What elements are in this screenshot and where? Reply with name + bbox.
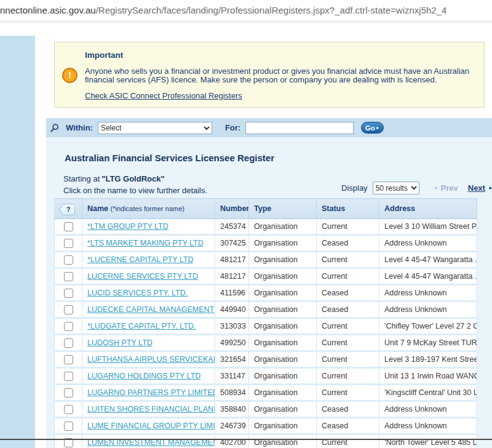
table-row: *LUCERNE CAPITAL PTY LTD 481217 Organisa… bbox=[55, 252, 477, 268]
row-checkbox[interactable] bbox=[64, 222, 73, 231]
address-cell: Level 3 189-197 Kent Stree... bbox=[379, 351, 477, 368]
row-checkbox[interactable] bbox=[64, 355, 73, 364]
address-cell: 'Chifley Tower' Level 27 2 C... bbox=[379, 318, 477, 335]
licensee-name-link[interactable]: LUDECKE CAPITAL MANAGEMENT PTY... bbox=[87, 305, 215, 314]
results-per-page-select[interactable]: 50 results bbox=[373, 182, 419, 194]
licensee-name-link[interactable]: *LTM GROUP PTY LTD bbox=[87, 222, 169, 231]
row-select-cell bbox=[55, 351, 82, 368]
licensee-name-link[interactable]: LUDOSH PTY LTD bbox=[87, 338, 153, 347]
table-row: *LTM GROUP PTY LTD 245374 Organisation C… bbox=[55, 219, 477, 235]
register-title: Australian Financial Services Licensee R… bbox=[65, 153, 274, 163]
status-cell: Current bbox=[317, 434, 379, 448]
row-checkbox[interactable] bbox=[64, 289, 73, 298]
row-checkbox[interactable] bbox=[64, 338, 73, 348]
status-cell: Ceased bbox=[317, 302, 379, 318]
row-select-cell bbox=[55, 252, 82, 268]
type-cell: Organisation bbox=[249, 268, 317, 285]
prev-page-button[interactable]: ◄ Prev bbox=[433, 183, 458, 193]
type-cell: Organisation bbox=[249, 401, 317, 418]
row-checkbox[interactable] bbox=[64, 422, 73, 431]
go-button-label: Go bbox=[365, 124, 375, 132]
row-checkbox[interactable] bbox=[64, 255, 73, 265]
table-row: *LUDGATE CAPITAL PTY. LTD. 313033 Organi… bbox=[55, 318, 477, 335]
table-row: LUDOSH PTY LTD 499250 Organisation Curre… bbox=[55, 335, 477, 351]
address-cell: Address Unknown bbox=[379, 235, 477, 252]
name-cell: *LUCERNE CAPITAL PTY LTD bbox=[82, 252, 215, 268]
address-cell: Unit 13 1 Irwin Road WANG... bbox=[379, 368, 477, 385]
row-select-cell bbox=[55, 401, 82, 418]
within-label: Within: bbox=[66, 123, 93, 132]
type-cell: Organisation bbox=[249, 219, 317, 235]
row-checkbox[interactable] bbox=[64, 305, 73, 314]
number-cell: 321654 bbox=[215, 351, 249, 368]
row-checkbox[interactable] bbox=[64, 372, 73, 381]
number-cell: 449940 bbox=[215, 302, 249, 318]
row-select-cell bbox=[55, 434, 82, 448]
number-cell: 402700 bbox=[215, 434, 249, 448]
row-select-cell bbox=[55, 418, 82, 434]
row-select-cell bbox=[55, 285, 82, 302]
table-header-row: ? Name (*indicates former name) Number T… bbox=[55, 199, 477, 219]
licensee-name-link[interactable]: *LUCERNE CAPITAL PTY LTD bbox=[87, 255, 194, 264]
within-select[interactable]: Select bbox=[98, 122, 212, 134]
help-header-cell: ? bbox=[55, 199, 82, 219]
row-select-cell bbox=[55, 385, 82, 401]
table-row: LUCERNE SERVICES PTY LTD 481217 Organisa… bbox=[55, 268, 477, 285]
licensee-name-link[interactable]: LUCID SERVICES PTY. LTD. bbox=[87, 289, 188, 297]
table-row: LUCID SERVICES PTY. LTD. 411596 Organisa… bbox=[55, 285, 477, 302]
address-cell: 'Kingscliff Central' Unit 30 L... bbox=[379, 385, 477, 401]
table-row: LUITEN SHORES FINANCIAL PLANNIN... 35884… bbox=[55, 401, 477, 418]
licensee-name-link[interactable]: LUCERNE SERVICES PTY LTD bbox=[87, 272, 198, 281]
address-cell: Address Unknown bbox=[379, 418, 477, 434]
licensee-name-link[interactable]: LUME FINANCIAL GROUP PTY LIMITED bbox=[87, 422, 215, 430]
search-term-input[interactable] bbox=[245, 122, 354, 134]
licensee-name-link[interactable]: LUGARNO PARTNERS PTY LIMITED bbox=[87, 388, 215, 397]
go-button[interactable]: Go► bbox=[361, 122, 384, 134]
row-checkbox[interactable] bbox=[64, 239, 73, 248]
url-domain: nnectonline.asic.gov.au bbox=[0, 5, 96, 15]
status-cell: Ceased bbox=[317, 418, 379, 434]
row-checkbox[interactable] bbox=[64, 272, 73, 281]
type-cell: Organisation bbox=[249, 418, 317, 434]
go-arrow-icon: ► bbox=[376, 126, 380, 130]
type-cell: Organisation bbox=[249, 302, 317, 318]
next-label: Next bbox=[468, 183, 485, 193]
browser-address-bar[interactable]: nnectonline.asic.gov.au/RegistrySearch/f… bbox=[0, 0, 492, 20]
licensee-name-link[interactable]: *LTS MARKET MAKING PTY LTD bbox=[87, 239, 204, 247]
prev-arrow-icon: ◄ bbox=[433, 185, 438, 191]
type-cell: Organisation bbox=[249, 385, 317, 401]
name-cell: LUDOSH PTY LTD bbox=[82, 335, 215, 351]
name-cell: LUCERNE SERVICES PTY LTD bbox=[82, 268, 215, 285]
notice-body: Anyone who sells you a financial or inve… bbox=[85, 67, 485, 84]
licensee-name-link[interactable]: LUFTHANSA AIRPLUS SERVICEKARTE... bbox=[87, 355, 215, 364]
table-row: LUME FINANCIAL GROUP PTY LIMITED 246739 … bbox=[55, 418, 477, 434]
row-checkbox[interactable] bbox=[64, 322, 73, 331]
name-header: Name (*indicates former name) bbox=[82, 199, 215, 219]
starting-at-value: "LTG GoldRock" bbox=[101, 174, 164, 183]
status-cell: Current bbox=[317, 219, 379, 235]
check-registers-link[interactable]: Check ASIC Connect Professional Register… bbox=[85, 91, 242, 100]
status-cell: Current bbox=[317, 252, 379, 268]
status-header: Status bbox=[317, 199, 379, 219]
address-cell: Address Unknown bbox=[379, 302, 477, 318]
number-cell: 499250 bbox=[215, 335, 249, 351]
name-cell: LUDECKE CAPITAL MANAGEMENT PTY... bbox=[82, 302, 215, 318]
type-header: Type bbox=[249, 199, 317, 219]
next-page-button[interactable]: Next ► bbox=[468, 183, 492, 193]
licensee-name-link[interactable]: LUITEN SHORES FINANCIAL PLANNIN... bbox=[87, 405, 215, 414]
licensee-name-link[interactable]: *LUDGATE CAPITAL PTY. LTD. bbox=[87, 322, 196, 330]
licensee-name-link[interactable]: LUGARNO HOLDINGS PTY LTD bbox=[87, 372, 200, 380]
name-cell: LUMEN INVESTMENT MANAGEMENT P... bbox=[82, 434, 215, 448]
status-cell: Current bbox=[317, 268, 379, 285]
row-checkbox[interactable] bbox=[64, 405, 73, 414]
url-path: /RegistrySearch/faces/landing/Profession… bbox=[96, 5, 447, 15]
name-cell: LUGARNO HOLDINGS PTY LTD bbox=[82, 368, 215, 385]
row-checkbox[interactable] bbox=[64, 388, 73, 398]
prev-label: Prev bbox=[441, 183, 458, 193]
next-arrow-icon: ► bbox=[488, 185, 492, 191]
type-cell: Organisation bbox=[249, 351, 317, 368]
name-cell: LUME FINANCIAL GROUP PTY LIMITED bbox=[82, 418, 215, 434]
display-label: Display bbox=[341, 183, 368, 193]
help-icon[interactable]: ? bbox=[62, 204, 75, 215]
name-cell: LUGARNO PARTNERS PTY LIMITED bbox=[82, 385, 215, 401]
